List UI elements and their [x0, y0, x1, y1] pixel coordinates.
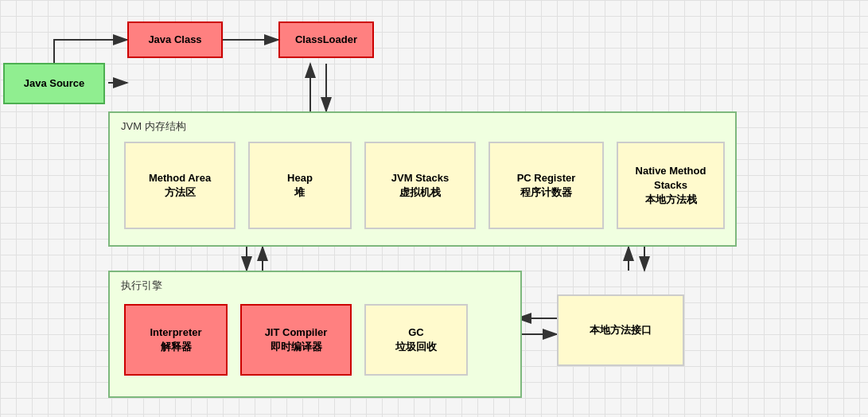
pc-register-box: PC Register 程序计数器	[488, 142, 604, 229]
jvm-memory-label: JVM 内存结构	[121, 119, 186, 134]
interpreter-box: Interpreter 解释器	[124, 304, 228, 376]
native-method-interface-box: 本地方法接口	[557, 294, 684, 366]
java-source-box: Java Source	[3, 63, 105, 104]
diagram-canvas: Java Source Java Class ClassLoader JVM 内…	[0, 0, 868, 417]
heap-box: Heap 堆	[248, 142, 352, 229]
jvm-stacks-box: JVM Stacks 虚拟机栈	[364, 142, 476, 229]
execution-engine-label: 执行引擎	[121, 279, 162, 293]
jit-compiler-box: JIT Compiler 即时编译器	[240, 304, 352, 376]
java-class-box: Java Class	[127, 21, 223, 58]
gc-box: GC 垃圾回收	[364, 304, 468, 376]
method-area-box: Method Area 方法区	[124, 142, 235, 229]
jvm-memory-container: JVM 内存结构 Method Area 方法区 Heap 堆 JVM Stac…	[108, 111, 737, 247]
native-method-stacks-box: Native Method Stacks 本地方法栈	[617, 142, 725, 229]
execution-engine-container: 执行引擎 Interpreter 解释器 JIT Compiler 即时编译器 …	[108, 271, 522, 398]
classloader-box: ClassLoader	[278, 21, 374, 58]
